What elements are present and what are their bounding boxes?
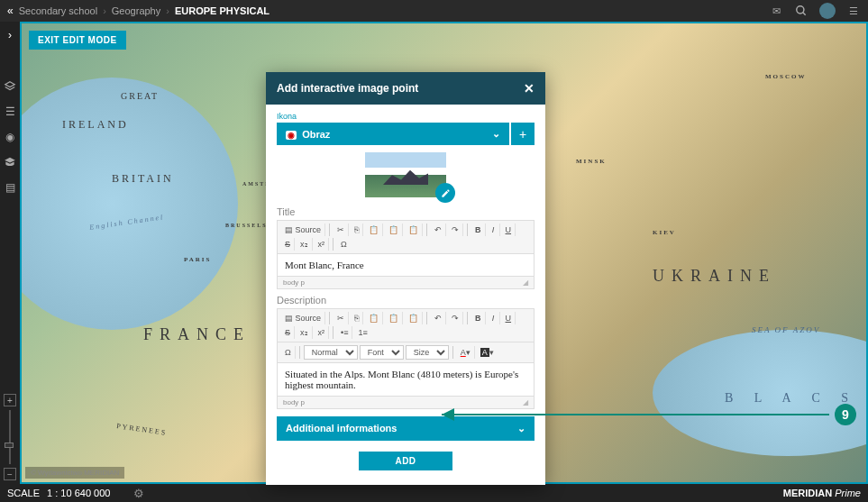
- paste-word-button[interactable]: 📋: [405, 312, 423, 324]
- zoom-slider-track[interactable]: [9, 410, 11, 464]
- description-toolbar-2: Ω Normal Font Size A▾ A▾: [278, 342, 534, 363]
- copy-button[interactable]: ⎘: [351, 312, 363, 324]
- italic-button[interactable]: I: [488, 224, 500, 236]
- source-button[interactable]: ▤ Source: [281, 224, 325, 236]
- icon-field-label: Ikona: [277, 112, 535, 121]
- expand-right-icon[interactable]: ›: [8, 29, 12, 41]
- subscript-button[interactable]: x₂: [297, 326, 313, 339]
- breadcrumb-item-subject[interactable]: Geography: [112, 5, 160, 16]
- subscript-button[interactable]: x₂: [297, 238, 313, 251]
- title-toolbar: ▤ Source ✂ ⎘ 📋 📋 📋 ↶ ↷ B I U S x₂ x² Ω: [278, 221, 534, 254]
- chevron-left-icon[interactable]: «: [7, 5, 14, 17]
- zoom-in-button[interactable]: +: [4, 394, 16, 406]
- cut-button[interactable]: ✂: [333, 312, 349, 324]
- superscript-button[interactable]: x²: [315, 326, 330, 339]
- paste-button[interactable]: 📋: [365, 224, 383, 236]
- bullet-list-button[interactable]: •≡: [337, 326, 352, 339]
- app-header: « Secondary school › Geography › EUROPE …: [0, 0, 868, 22]
- header-actions: ✉ ☰: [769, 3, 861, 19]
- size-select[interactable]: Size: [406, 345, 449, 360]
- image-thumbnail: [365, 152, 446, 197]
- paste-word-button[interactable]: 📋: [405, 224, 423, 236]
- description-toolbar-1: ▤ Source ✂ ⎘ 📋 📋 📋 ↶ ↷ B I U S x₂ x² •≡ …: [278, 309, 534, 342]
- redo-button[interactable]: ↷: [448, 312, 463, 324]
- book-icon[interactable]: ▤: [3, 180, 17, 195]
- italic-button[interactable]: I: [488, 312, 500, 324]
- modal-title: Add interactive image point: [277, 82, 418, 95]
- map-city-brussels: BRUSSELS: [225, 223, 268, 228]
- undo-button[interactable]: ↶: [431, 312, 446, 324]
- avatar-icon[interactable]: [819, 3, 836, 19]
- superscript-button[interactable]: x²: [315, 238, 330, 251]
- graduation-icon[interactable]: [3, 155, 17, 169]
- font-select[interactable]: Font: [360, 345, 404, 360]
- breadcrumb-item-current: EUROPE PHYSICAL: [175, 5, 270, 16]
- search-icon[interactable]: [794, 4, 809, 18]
- gear-icon[interactable]: ⚙: [133, 487, 144, 500]
- map-copyright: © Wydawnictwo MERIDIAN: [25, 467, 124, 479]
- paste-text-button[interactable]: 📋: [385, 224, 403, 236]
- copy-button[interactable]: ⎘: [351, 224, 363, 236]
- undo-button[interactable]: ↶: [431, 224, 446, 236]
- strike-button[interactable]: S: [281, 326, 295, 339]
- bold-button[interactable]: B: [471, 312, 486, 324]
- source-button[interactable]: ▤ Source: [281, 312, 325, 324]
- menu-icon[interactable]: ☰: [846, 4, 861, 18]
- omega-button[interactable]: Ω: [337, 238, 351, 251]
- zoom-slider-handle[interactable]: [5, 443, 14, 448]
- redo-button[interactable]: ↷: [448, 224, 463, 236]
- pin-icon[interactable]: ◉: [3, 130, 17, 144]
- paste-button[interactable]: 📋: [365, 312, 383, 324]
- text-color-button[interactable]: A▾: [457, 346, 475, 359]
- map-label-ireland: IRELAND: [62, 118, 129, 132]
- chevron-down-icon: ⌄: [492, 128, 500, 140]
- underline-button[interactable]: U: [502, 312, 516, 324]
- arrow-left-icon: [442, 408, 454, 421]
- cut-button[interactable]: ✂: [333, 224, 349, 236]
- map-city-moscow: MOSCOW: [765, 73, 806, 80]
- callout-number: 9: [835, 404, 856, 425]
- bg-color-button[interactable]: A▾: [477, 346, 498, 359]
- breadcrumb-item-school[interactable]: Secondary school: [19, 5, 97, 16]
- map-label-great: GREAT: [121, 91, 159, 101]
- edit-image-button[interactable]: [435, 183, 455, 203]
- breadcrumb: « Secondary school › Geography › EUROPE …: [7, 5, 270, 17]
- mail-icon[interactable]: ✉: [769, 4, 783, 18]
- scale-display: SCALE 1 : 10 640 000 ⚙: [7, 487, 144, 500]
- omega-button[interactable]: Ω: [281, 346, 296, 359]
- bold-button[interactable]: B: [471, 224, 486, 236]
- svg-point-0: [797, 6, 804, 14]
- paste-text-button[interactable]: 📋: [385, 312, 403, 324]
- title-input[interactable]: Mont Blanc, France: [278, 254, 534, 276]
- app-footer: SCALE 1 : 10 640 000 ⚙ MERIDIAN Prime: [0, 484, 868, 502]
- map-label-sea-azov: SEA OF AZOV: [752, 325, 820, 334]
- list-icon[interactable]: ☰: [3, 105, 17, 119]
- underline-button[interactable]: U: [502, 224, 516, 236]
- layers-icon[interactable]: [3, 79, 17, 94]
- chevron-right-icon: ›: [103, 5, 106, 16]
- add-icon-button[interactable]: +: [511, 123, 535, 145]
- resize-grip[interactable]: ◢: [523, 278, 528, 287]
- scale-label: SCALE: [7, 488, 40, 498]
- svg-line-1: [803, 13, 806, 15]
- map-city-kiev: KIEV: [653, 229, 676, 236]
- icon-type-select[interactable]: ◉ Obraz ⌄: [277, 123, 509, 145]
- description-editor: ▤ Source ✂ ⎘ 📋 📋 📋 ↶ ↷ B I U S x₂ x² •≡ …: [277, 308, 535, 409]
- map-label-ukraine: UKRAINE: [653, 267, 776, 286]
- description-field-label: Description: [277, 295, 535, 306]
- modal-header: Add interactive image point ✕: [266, 72, 545, 105]
- map-label-pyrenees: PYRENEES: [116, 422, 168, 437]
- title-editor: ▤ Source ✂ ⎘ 📋 📋 📋 ↶ ↷ B I U S x₂ x² Ω: [277, 220, 535, 289]
- brand-logo: MERIDIAN Prime: [783, 488, 861, 498]
- add-button[interactable]: ADD: [359, 452, 452, 470]
- close-icon[interactable]: ✕: [524, 81, 535, 96]
- zoom-out-button[interactable]: −: [4, 468, 16, 480]
- format-select[interactable]: Normal: [304, 345, 358, 360]
- description-element-path: body p: [283, 398, 305, 406]
- chevron-right-icon: ›: [166, 5, 169, 16]
- map-label-france: FRANCE: [143, 325, 251, 344]
- brand-main: MERIDIAN: [783, 488, 832, 498]
- strike-button[interactable]: S: [281, 238, 295, 251]
- description-input[interactable]: Situated in the Alps. Mont Blanc (4810 m…: [278, 363, 534, 396]
- number-list-button[interactable]: 1≡: [354, 326, 370, 339]
